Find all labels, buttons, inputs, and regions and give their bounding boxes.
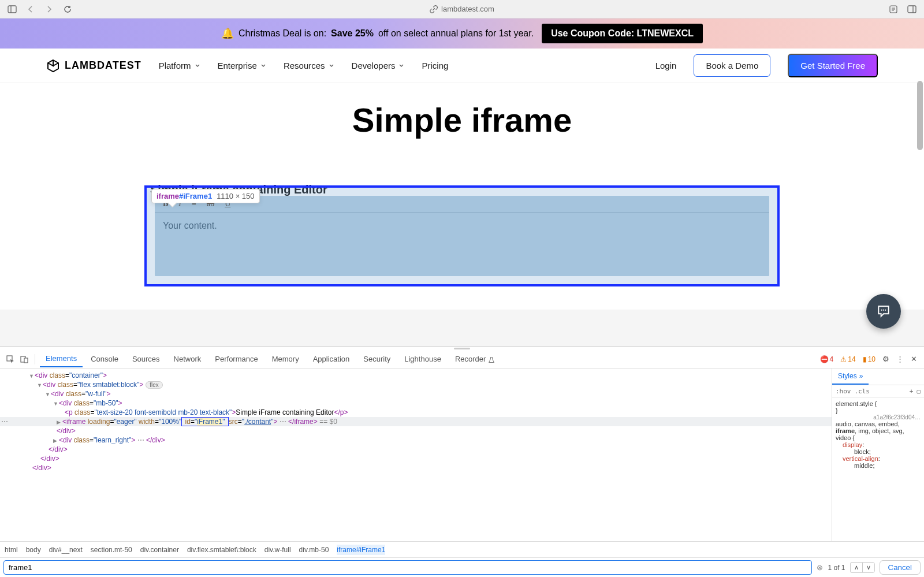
logo[interactable]: LAMBDATEST (46, 59, 141, 73)
reload-icon[interactable] (62, 4, 73, 14)
editor-iframe[interactable]: B I ≡ ab U Your content. (155, 196, 769, 276)
hov-toggle[interactable]: :hov (836, 388, 851, 395)
tab-recorder[interactable]: Recorder (449, 351, 501, 367)
svg-point-10 (885, 310, 886, 311)
nav-platform[interactable]: Platform (159, 61, 200, 70)
main-nav: LAMBDATEST Platform Enterprise Resources… (0, 49, 924, 83)
chat-button[interactable] (866, 294, 901, 329)
panel-icon[interactable] (907, 4, 917, 14)
computed-icon[interactable]: ▢ (916, 388, 921, 395)
new-rule-icon[interactable]: + (910, 388, 914, 395)
styles-tab[interactable]: Styles» (832, 368, 869, 385)
crumb-mb50[interactable]: div.mb-50 (299, 546, 329, 554)
tab-security[interactable]: Security (357, 351, 396, 367)
device-icon[interactable] (18, 353, 30, 365)
crumb-iframe[interactable]: iframe#iFrame1 (337, 545, 385, 555)
crumb-body[interactable]: body (26, 546, 41, 554)
nav-enterprise[interactable]: Enterprise (218, 61, 266, 70)
promo-banner: 🔔 Christmas Deal is on: Save 25% off on … (0, 18, 924, 49)
tab-network[interactable]: Network (168, 351, 207, 367)
chevron-down-icon (260, 63, 266, 69)
nav-pricing[interactable]: Pricing (422, 61, 448, 70)
chevron-down-icon (195, 63, 200, 69)
logo-icon (46, 59, 60, 73)
css-rules[interactable]: element.style { } a1a2f6c23f3d04… audio,… (832, 398, 924, 541)
editor-content[interactable]: Your content. (155, 213, 769, 276)
crumb-html[interactable]: html (5, 546, 18, 554)
inspect-icon[interactable] (5, 353, 16, 365)
tab-elements[interactable]: Elements (40, 351, 83, 367)
chevron-down-icon (398, 63, 404, 69)
error-count[interactable]: ⛔4 (818, 355, 836, 363)
svg-rect-13 (24, 358, 28, 363)
tab-lighthouse[interactable]: Lighthouse (398, 351, 447, 367)
chevron-down-icon (329, 63, 334, 69)
crumb-container[interactable]: div.container (140, 546, 179, 554)
nav-developers[interactable]: Developers (352, 61, 405, 70)
search-next-button[interactable]: ∨ (862, 562, 875, 573)
clear-icon[interactable]: ⊗ (817, 563, 823, 572)
sidebar-toggle-icon[interactable] (7, 4, 17, 14)
scrollbar[interactable] (917, 81, 923, 150)
cancel-button[interactable]: Cancel (880, 560, 921, 575)
tab-sources[interactable]: Sources (126, 351, 166, 367)
url-text: lambdatest.com (441, 5, 494, 13)
warning-count[interactable]: ⚠14 (838, 355, 858, 363)
back-icon[interactable] (25, 4, 36, 14)
promo-post: off on select annual plans for 1st year. (378, 28, 534, 39)
dom-tree[interactable]: ▼<div class="container"> ▼<div class="fl… (0, 368, 832, 541)
search-count: 1 of 1 (828, 564, 845, 572)
url-display[interactable]: lambdatest.com (430, 5, 494, 13)
flask-icon (488, 356, 495, 363)
search-input[interactable] (3, 560, 812, 575)
page-content: Simple iframe Simple iFrame containing E… (0, 83, 924, 310)
crumb-wfull[interactable]: div.w-full (264, 546, 291, 554)
info-count[interactable]: ▮10 (860, 355, 878, 363)
logo-text: LAMBDATEST (65, 59, 141, 72)
dom-search-bar: ⊗ 1 of 1 ∧ ∨ Cancel (0, 557, 924, 577)
svg-rect-0 (8, 6, 16, 13)
reader-icon[interactable] (888, 4, 899, 14)
close-icon[interactable]: ✕ (908, 353, 919, 365)
styles-panel: Styles» :hov .cls + ▢ element.style { } … (832, 368, 924, 541)
chat-icon (876, 304, 891, 319)
promo-coupon[interactable]: Use Coupon Code: LTNEWEXCL (542, 24, 703, 43)
svg-rect-6 (908, 6, 916, 13)
breadcrumb[interactable]: html body div#__next section.mt-50 div.c… (0, 541, 924, 557)
devtools-panel: Elements Console Sources Network Perform… (0, 346, 924, 577)
promo-bold: Save 25% (331, 28, 374, 39)
cls-toggle[interactable]: .cls (855, 388, 870, 395)
get-started-button[interactable]: Get Started Free (788, 54, 878, 77)
settings-icon[interactable]: ⚙ (880, 353, 892, 365)
bell-icon: 🔔 (221, 27, 234, 40)
link-icon (430, 5, 438, 13)
devtools-tabs: Elements Console Sources Network Perform… (0, 350, 924, 368)
page-title: Simple iframe (0, 100, 924, 139)
tab-performance[interactable]: Performance (209, 351, 263, 367)
browser-toolbar: lambdatest.com (0, 0, 924, 18)
promo-pre: Christmas Deal is on: (239, 28, 326, 39)
forward-icon[interactable] (44, 4, 54, 14)
tab-memory[interactable]: Memory (266, 351, 305, 367)
inspect-tooltip: iframe#iFrame11110 × 150 (151, 189, 260, 203)
book-demo-button[interactable]: Book a Demo (694, 54, 770, 77)
more-icon[interactable]: ⋮ (894, 353, 906, 365)
crumb-flex[interactable]: div.flex.smtablet\:block (187, 546, 256, 554)
svg-point-9 (883, 310, 884, 311)
tab-application[interactable]: Application (307, 351, 356, 367)
crumb-section[interactable]: section.mt-50 (91, 546, 132, 554)
login-link[interactable]: Login (655, 61, 677, 70)
search-prev-button[interactable]: ∧ (850, 562, 862, 573)
tab-console[interactable]: Console (85, 351, 124, 367)
svg-point-8 (881, 310, 882, 311)
crumb-next[interactable]: div#__next (49, 546, 83, 554)
nav-resources[interactable]: Resources (284, 61, 334, 70)
